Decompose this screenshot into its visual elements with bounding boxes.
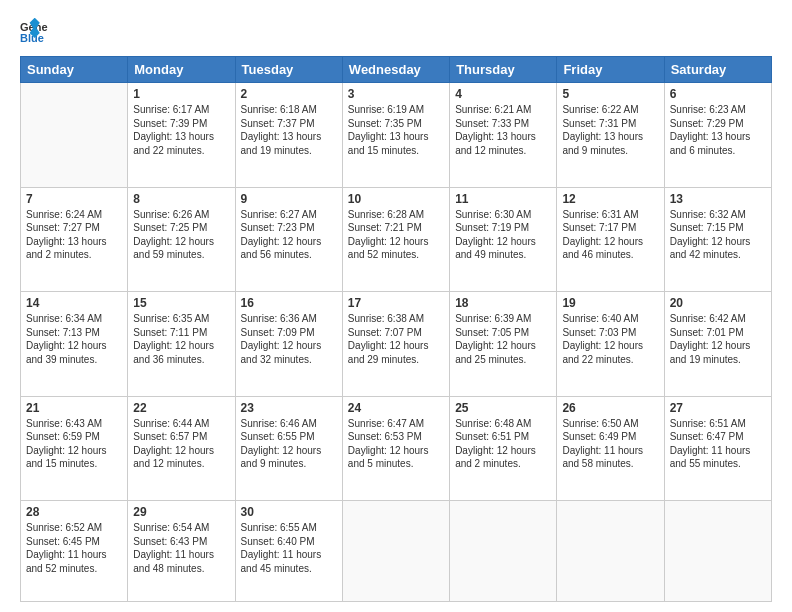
day-number: 14	[26, 296, 122, 310]
day-number: 21	[26, 401, 122, 415]
week-row-1: 1Sunrise: 6:17 AMSunset: 7:39 PMDaylight…	[21, 83, 772, 188]
cell-4-4: 24Sunrise: 6:47 AMSunset: 6:53 PMDayligh…	[342, 396, 449, 501]
cell-info: Sunrise: 6:50 AMSunset: 6:49 PMDaylight:…	[562, 417, 658, 471]
cell-info: Sunrise: 6:35 AMSunset: 7:11 PMDaylight:…	[133, 312, 229, 366]
cell-info: Sunrise: 6:55 AMSunset: 6:40 PMDaylight:…	[241, 521, 337, 575]
cell-info: Sunrise: 6:44 AMSunset: 6:57 PMDaylight:…	[133, 417, 229, 471]
header-tuesday: Tuesday	[235, 57, 342, 83]
cell-1-5: 4Sunrise: 6:21 AMSunset: 7:33 PMDaylight…	[450, 83, 557, 188]
cell-info: Sunrise: 6:54 AMSunset: 6:43 PMDaylight:…	[133, 521, 229, 575]
cell-3-1: 14Sunrise: 6:34 AMSunset: 7:13 PMDayligh…	[21, 292, 128, 397]
day-number: 3	[348, 87, 444, 101]
cell-info: Sunrise: 6:17 AMSunset: 7:39 PMDaylight:…	[133, 103, 229, 157]
cell-2-2: 8Sunrise: 6:26 AMSunset: 7:25 PMDaylight…	[128, 187, 235, 292]
day-number: 9	[241, 192, 337, 206]
header-saturday: Saturday	[664, 57, 771, 83]
cell-info: Sunrise: 6:18 AMSunset: 7:37 PMDaylight:…	[241, 103, 337, 157]
cell-3-4: 17Sunrise: 6:38 AMSunset: 7:07 PMDayligh…	[342, 292, 449, 397]
cell-5-6	[557, 501, 664, 602]
cell-4-2: 22Sunrise: 6:44 AMSunset: 6:57 PMDayligh…	[128, 396, 235, 501]
header-sunday: Sunday	[21, 57, 128, 83]
cell-2-7: 13Sunrise: 6:32 AMSunset: 7:15 PMDayligh…	[664, 187, 771, 292]
cell-5-5	[450, 501, 557, 602]
header-thursday: Thursday	[450, 57, 557, 83]
day-number: 10	[348, 192, 444, 206]
cell-4-1: 21Sunrise: 6:43 AMSunset: 6:59 PMDayligh…	[21, 396, 128, 501]
cell-info: Sunrise: 6:46 AMSunset: 6:55 PMDaylight:…	[241, 417, 337, 471]
header-monday: Monday	[128, 57, 235, 83]
weekday-header-row: Sunday Monday Tuesday Wednesday Thursday…	[21, 57, 772, 83]
day-number: 12	[562, 192, 658, 206]
logo: General Blue	[20, 18, 52, 46]
cell-info: Sunrise: 6:23 AMSunset: 7:29 PMDaylight:…	[670, 103, 766, 157]
cell-3-3: 16Sunrise: 6:36 AMSunset: 7:09 PMDayligh…	[235, 292, 342, 397]
day-number: 20	[670, 296, 766, 310]
cell-1-4: 3Sunrise: 6:19 AMSunset: 7:35 PMDaylight…	[342, 83, 449, 188]
cell-5-2: 29Sunrise: 6:54 AMSunset: 6:43 PMDayligh…	[128, 501, 235, 602]
cell-2-5: 11Sunrise: 6:30 AMSunset: 7:19 PMDayligh…	[450, 187, 557, 292]
cell-5-7	[664, 501, 771, 602]
header-friday: Friday	[557, 57, 664, 83]
cell-info: Sunrise: 6:48 AMSunset: 6:51 PMDaylight:…	[455, 417, 551, 471]
day-number: 17	[348, 296, 444, 310]
day-number: 26	[562, 401, 658, 415]
day-number: 23	[241, 401, 337, 415]
day-number: 11	[455, 192, 551, 206]
cell-4-3: 23Sunrise: 6:46 AMSunset: 6:55 PMDayligh…	[235, 396, 342, 501]
cell-3-5: 18Sunrise: 6:39 AMSunset: 7:05 PMDayligh…	[450, 292, 557, 397]
cell-info: Sunrise: 6:42 AMSunset: 7:01 PMDaylight:…	[670, 312, 766, 366]
cell-3-6: 19Sunrise: 6:40 AMSunset: 7:03 PMDayligh…	[557, 292, 664, 397]
week-row-5: 28Sunrise: 6:52 AMSunset: 6:45 PMDayligh…	[21, 501, 772, 602]
cell-3-7: 20Sunrise: 6:42 AMSunset: 7:01 PMDayligh…	[664, 292, 771, 397]
cell-4-6: 26Sunrise: 6:50 AMSunset: 6:49 PMDayligh…	[557, 396, 664, 501]
day-number: 27	[670, 401, 766, 415]
cell-info: Sunrise: 6:31 AMSunset: 7:17 PMDaylight:…	[562, 208, 658, 262]
generalblue-logo-icon: General Blue	[20, 18, 48, 46]
cell-5-3: 30Sunrise: 6:55 AMSunset: 6:40 PMDayligh…	[235, 501, 342, 602]
cell-1-2: 1Sunrise: 6:17 AMSunset: 7:39 PMDaylight…	[128, 83, 235, 188]
page: General Blue Sunday Monday Tuesday Wedne…	[0, 0, 792, 612]
cell-info: Sunrise: 6:38 AMSunset: 7:07 PMDaylight:…	[348, 312, 444, 366]
cell-1-3: 2Sunrise: 6:18 AMSunset: 7:37 PMDaylight…	[235, 83, 342, 188]
cell-1-6: 5Sunrise: 6:22 AMSunset: 7:31 PMDaylight…	[557, 83, 664, 188]
day-number: 28	[26, 505, 122, 519]
day-number: 30	[241, 505, 337, 519]
week-row-4: 21Sunrise: 6:43 AMSunset: 6:59 PMDayligh…	[21, 396, 772, 501]
day-number: 1	[133, 87, 229, 101]
header-wednesday: Wednesday	[342, 57, 449, 83]
cell-info: Sunrise: 6:30 AMSunset: 7:19 PMDaylight:…	[455, 208, 551, 262]
week-row-2: 7Sunrise: 6:24 AMSunset: 7:27 PMDaylight…	[21, 187, 772, 292]
cell-4-5: 25Sunrise: 6:48 AMSunset: 6:51 PMDayligh…	[450, 396, 557, 501]
cell-1-1	[21, 83, 128, 188]
cell-info: Sunrise: 6:19 AMSunset: 7:35 PMDaylight:…	[348, 103, 444, 157]
cell-info: Sunrise: 6:26 AMSunset: 7:25 PMDaylight:…	[133, 208, 229, 262]
cell-info: Sunrise: 6:47 AMSunset: 6:53 PMDaylight:…	[348, 417, 444, 471]
day-number: 6	[670, 87, 766, 101]
day-number: 5	[562, 87, 658, 101]
cell-info: Sunrise: 6:32 AMSunset: 7:15 PMDaylight:…	[670, 208, 766, 262]
cell-info: Sunrise: 6:43 AMSunset: 6:59 PMDaylight:…	[26, 417, 122, 471]
day-number: 13	[670, 192, 766, 206]
cell-2-4: 10Sunrise: 6:28 AMSunset: 7:21 PMDayligh…	[342, 187, 449, 292]
cell-5-1: 28Sunrise: 6:52 AMSunset: 6:45 PMDayligh…	[21, 501, 128, 602]
cell-info: Sunrise: 6:52 AMSunset: 6:45 PMDaylight:…	[26, 521, 122, 575]
day-number: 25	[455, 401, 551, 415]
cell-1-7: 6Sunrise: 6:23 AMSunset: 7:29 PMDaylight…	[664, 83, 771, 188]
cell-info: Sunrise: 6:22 AMSunset: 7:31 PMDaylight:…	[562, 103, 658, 157]
cell-info: Sunrise: 6:36 AMSunset: 7:09 PMDaylight:…	[241, 312, 337, 366]
cell-3-2: 15Sunrise: 6:35 AMSunset: 7:11 PMDayligh…	[128, 292, 235, 397]
day-number: 7	[26, 192, 122, 206]
cell-info: Sunrise: 6:51 AMSunset: 6:47 PMDaylight:…	[670, 417, 766, 471]
cell-4-7: 27Sunrise: 6:51 AMSunset: 6:47 PMDayligh…	[664, 396, 771, 501]
cell-2-3: 9Sunrise: 6:27 AMSunset: 7:23 PMDaylight…	[235, 187, 342, 292]
day-number: 22	[133, 401, 229, 415]
cell-5-4	[342, 501, 449, 602]
cell-info: Sunrise: 6:27 AMSunset: 7:23 PMDaylight:…	[241, 208, 337, 262]
cell-info: Sunrise: 6:21 AMSunset: 7:33 PMDaylight:…	[455, 103, 551, 157]
day-number: 24	[348, 401, 444, 415]
calendar-table: Sunday Monday Tuesday Wednesday Thursday…	[20, 56, 772, 602]
day-number: 4	[455, 87, 551, 101]
cell-info: Sunrise: 6:39 AMSunset: 7:05 PMDaylight:…	[455, 312, 551, 366]
cell-2-6: 12Sunrise: 6:31 AMSunset: 7:17 PMDayligh…	[557, 187, 664, 292]
cell-info: Sunrise: 6:24 AMSunset: 7:27 PMDaylight:…	[26, 208, 122, 262]
